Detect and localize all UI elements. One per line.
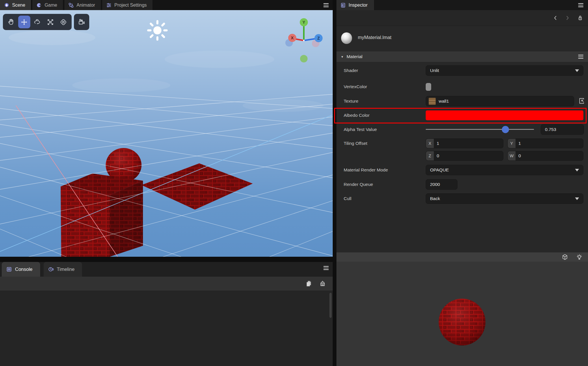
- console-tab-icon: [6, 266, 12, 272]
- console-scrollbar[interactable]: [330, 293, 332, 318]
- rotate-tool-button[interactable]: [31, 16, 43, 28]
- inspector-menu-icon[interactable]: [578, 3, 583, 8]
- alpha-test-slider-handle[interactable]: [502, 126, 509, 133]
- material-section-header[interactable]: ▼ Material: [336, 51, 588, 62]
- material-section-title: Material: [347, 54, 362, 59]
- panel-divider-vertical[interactable]: [333, 0, 336, 366]
- tab-console[interactable]: Console: [2, 262, 40, 277]
- game-tab-icon: [36, 2, 42, 8]
- tiling-w-field: W: [507, 151, 583, 161]
- move-tool-button[interactable]: [18, 16, 30, 28]
- inspector-panel: Inspector: [336, 0, 588, 366]
- scene-viewport[interactable]: Y X Z: [0, 10, 333, 257]
- alpha-test-label: Alpha Test Value: [344, 127, 377, 132]
- tiling-w-input[interactable]: [516, 151, 583, 160]
- history-back-button[interactable]: [552, 14, 559, 22]
- sun-light-icon[interactable]: [148, 21, 167, 40]
- material-section-menu-icon[interactable]: [578, 54, 583, 59]
- texture-label: Texture: [344, 99, 358, 104]
- collapse-triangle-icon[interactable]: ▼: [341, 55, 344, 58]
- tab-animator[interactable]: Animator: [64, 0, 101, 10]
- scene-3d-canvas: Y X Z: [0, 10, 333, 257]
- camera-tool-button[interactable]: [74, 14, 89, 30]
- tab-animator-label: Animator: [77, 3, 95, 8]
- lock-inspector-button[interactable]: [576, 14, 584, 22]
- render-queue-input[interactable]: [426, 179, 457, 190]
- chevron-down-icon: [575, 169, 579, 171]
- tab-timeline-label: Timeline: [57, 267, 75, 272]
- chevron-down-icon: [575, 197, 579, 200]
- tab-scene[interactable]: Scene: [0, 0, 31, 10]
- preview-mesh-button[interactable]: [561, 254, 568, 260]
- texture-picker-button[interactable]: [577, 95, 586, 106]
- console-toolbar: [0, 277, 333, 291]
- scene-tab-icon: [4, 2, 10, 8]
- material-preview-area[interactable]: [336, 262, 588, 366]
- pan-tool-button[interactable]: [5, 16, 17, 28]
- clear-brush-icon: [319, 280, 326, 287]
- alpha-test-value-box[interactable]: 0.753: [541, 124, 584, 135]
- shader-dropdown[interactable]: Unlit: [426, 65, 583, 76]
- tiling-y-badge: Y: [508, 139, 516, 148]
- panel-divider-horizontal: [0, 257, 333, 262]
- preview-light-button[interactable]: [576, 254, 583, 260]
- scene-panel-menu-icon[interactable]: [323, 3, 329, 8]
- tiling-y-field: Y: [507, 138, 583, 148]
- clear-console-button[interactable]: [319, 280, 326, 287]
- grid-axis-z: [0, 115, 333, 252]
- render-mode-label: Material Render Mode: [344, 167, 388, 173]
- hand-icon: [7, 18, 15, 26]
- console-output-area[interactable]: [0, 291, 333, 366]
- tiling-z-badge: Z: [426, 151, 434, 160]
- tiling-y-input[interactable]: [516, 139, 583, 148]
- cull-label: Cull: [344, 196, 351, 201]
- tab-inspector[interactable]: Inspector: [336, 0, 374, 10]
- albedo-color-swatch[interactable]: [426, 110, 583, 120]
- tab-game-label: Game: [44, 3, 57, 8]
- copy-log-button[interactable]: [305, 280, 312, 287]
- rect-tool-button[interactable]: [57, 16, 69, 28]
- inspector-tab-icon: [340, 2, 346, 8]
- asset-name: myMaterial.lmat: [358, 35, 391, 40]
- tiling-z-input[interactable]: [434, 151, 503, 160]
- chevron-left-icon: [552, 15, 559, 21]
- history-forward-button[interactable]: [564, 14, 571, 22]
- scale-tool-button[interactable]: [44, 16, 56, 28]
- shader-value: Unlit: [430, 68, 439, 73]
- render-mode-dropdown[interactable]: OPAQUE: [426, 165, 583, 175]
- editor-root: Scene Game Animator: [0, 0, 588, 366]
- project-settings-tab-icon: [106, 2, 112, 8]
- copy-icon: [305, 280, 312, 287]
- tiling-x-badge: X: [426, 139, 434, 148]
- albedo-color-label: Albedo Color: [344, 113, 370, 118]
- texture-field[interactable]: wall1: [426, 96, 574, 106]
- move-icon: [20, 18, 28, 26]
- alpha-test-slider[interactable]: [426, 129, 534, 130]
- gizmo-z-label: Z: [317, 36, 320, 40]
- scene-cube-object[interactable]: [61, 173, 143, 257]
- tiling-x-input[interactable]: [434, 139, 503, 148]
- gizmo-neg-y-ball[interactable]: [300, 55, 308, 62]
- cube-icon: [561, 254, 568, 260]
- asset-header-row: myMaterial.lmat: [336, 29, 588, 47]
- tab-project-settings[interactable]: Project Settings: [102, 0, 152, 10]
- render-mode-value: OPAQUE: [430, 167, 449, 173]
- left-panels: Scene Game Animator: [0, 0, 333, 366]
- cull-dropdown[interactable]: Back: [426, 193, 583, 204]
- chevron-down-icon: [575, 69, 579, 72]
- console-menu-icon[interactable]: [323, 266, 329, 270]
- camera-icon: [78, 18, 86, 26]
- lock-icon: [577, 14, 584, 21]
- vertex-color-checkbox[interactable]: [426, 83, 431, 91]
- tab-project-settings-label: Project Settings: [114, 3, 147, 8]
- tiling-z-field: Z: [426, 151, 503, 161]
- tab-inspector-label: Inspector: [349, 3, 368, 8]
- tab-console-label: Console: [15, 267, 33, 272]
- tab-game[interactable]: Game: [32, 0, 63, 10]
- orientation-gizmo[interactable]: Y X Z: [285, 18, 323, 62]
- render-queue-label: Render Queue: [344, 182, 373, 187]
- rotate-icon: [33, 18, 41, 26]
- tab-timeline[interactable]: Timeline: [44, 262, 82, 277]
- scale-icon: [46, 18, 54, 26]
- texture-thumbnail: [429, 98, 436, 105]
